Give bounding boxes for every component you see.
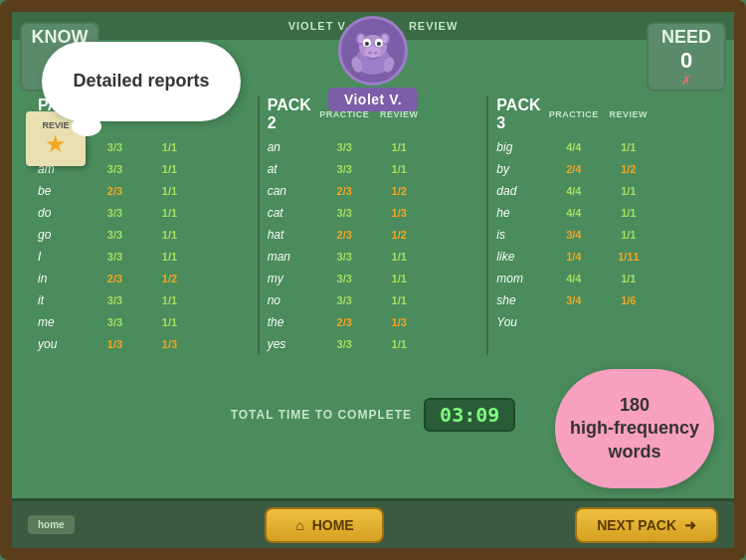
practice-score: 1/3 — [88, 338, 142, 350]
pink-cloud-text: 180 high-frequency words — [570, 394, 699, 464]
review-score: 1/1 — [142, 251, 197, 263]
review-score: 1/3 — [372, 316, 427, 328]
word-label: be — [38, 184, 88, 198]
word-row: I3/31/1 — [38, 246, 250, 268]
word-row: You — [496, 311, 708, 333]
practice-score: 3/4 — [546, 229, 601, 241]
review-score: 1/2 — [601, 163, 655, 175]
word-label: cat — [268, 206, 317, 220]
avatar-name: Violet V. — [328, 88, 418, 111]
review-score: 1/3 — [372, 207, 427, 219]
pack-title-3: Pack 3 — [496, 96, 546, 132]
word-label: in — [38, 272, 88, 285]
practice-score: 4/4 — [546, 141, 601, 153]
practice-score: 3/4 — [546, 294, 601, 306]
word-label: at — [268, 162, 317, 176]
word-row: he4/41/1 — [496, 202, 708, 224]
review-score: 1/1 — [142, 163, 197, 175]
practice-score: 3/3 — [317, 294, 372, 306]
word-label: like — [496, 250, 546, 264]
practice-score: 4/4 — [546, 185, 601, 197]
practice-score: 2/4 — [546, 163, 601, 175]
word-label: the — [268, 315, 317, 329]
practice-score: 3/3 — [88, 316, 142, 328]
practice-score: 3/3 — [88, 141, 142, 153]
word-row: dad4/41/1 — [496, 180, 708, 202]
practice-score: 2/3 — [88, 273, 142, 284]
word-row: at3/31/1 — [268, 158, 479, 180]
pink-cloud-line3: words — [608, 442, 660, 462]
practice-score: 2/3 — [317, 229, 372, 241]
word-label: yes — [268, 337, 317, 351]
pack-col-label-3-1: Review — [601, 109, 655, 119]
pink-cloud-line2: high-frequency — [570, 418, 699, 438]
packs-row: Pack 1PracticeReviewa3/31/1am3/31/1be2/3… — [32, 96, 714, 355]
avatar-container: Violet V. — [328, 16, 418, 111]
word-label: an — [268, 140, 317, 154]
pack-header-3: Pack 3PracticeReview — [496, 96, 708, 132]
svg-point-8 — [365, 42, 369, 46]
practice-score: 3/3 — [317, 163, 372, 175]
word-row: an3/31/1 — [268, 136, 479, 158]
practice-score: 4/4 — [546, 273, 601, 284]
word-row: cat3/31/3 — [268, 202, 479, 224]
word-row: in2/31/2 — [38, 268, 250, 289]
pink-cloud: 180 high-frequency words — [555, 369, 714, 488]
review-score: 1/1 — [372, 294, 427, 306]
word-label: hat — [268, 228, 317, 242]
word-row: you1/31/3 — [38, 333, 250, 355]
word-label: can — [268, 184, 317, 198]
review-score: 1/1 — [142, 207, 197, 219]
need-icon: ✗ — [681, 74, 691, 88]
word-row: mom4/41/1 — [496, 268, 708, 289]
practice-score: 3/3 — [317, 141, 372, 153]
pack-divider — [486, 96, 488, 355]
review-score: 1/11 — [601, 251, 655, 263]
review-score: 1/1 — [142, 185, 197, 197]
svg-point-4 — [358, 35, 364, 43]
word-label: it — [38, 293, 88, 307]
word-label: do — [38, 206, 88, 220]
practice-score: 3/3 — [317, 251, 372, 263]
pack-title-2: Pack 2 — [268, 96, 317, 132]
total-time-value: 03:09 — [424, 398, 515, 432]
practice-score: 4/4 — [546, 207, 601, 219]
bottom-bar: home ⌂ Home Next Pack ➜ — [12, 498, 734, 548]
chalkboard: Violet V. Review Know 0 ✓ Need 0 ✗ — [0, 0, 746, 560]
word-label: you — [38, 337, 88, 351]
svg-point-9 — [377, 42, 381, 46]
word-row: no3/31/1 — [268, 289, 479, 311]
word-label: is — [496, 228, 546, 242]
cloud-bubble: Detailed reports — [42, 42, 241, 121]
home-small-button[interactable]: home — [28, 515, 75, 534]
word-label: go — [38, 228, 88, 242]
review-score: 1/1 — [372, 163, 427, 175]
word-row: me3/31/1 — [38, 311, 250, 333]
review-score: 1/1 — [142, 294, 197, 306]
practice-score: 2/3 — [317, 316, 372, 328]
word-row: the2/31/3 — [268, 311, 479, 333]
word-row: go3/31/1 — [38, 224, 250, 246]
word-label: she — [496, 293, 546, 307]
word-label: he — [496, 206, 546, 220]
review-score: 1/1 — [601, 229, 655, 241]
review-badge-star: ★ — [45, 130, 67, 158]
review-score: 1/6 — [601, 294, 655, 306]
word-row: be2/31/1 — [38, 180, 250, 202]
home-button[interactable]: ⌂ Home — [265, 507, 384, 543]
word-row: do3/31/1 — [38, 202, 250, 224]
word-label: big — [496, 140, 546, 154]
pack-divider — [258, 96, 260, 355]
pack-col-label-3-0: Practice — [546, 109, 601, 119]
review-score: 1/2 — [372, 229, 427, 241]
practice-score: 2/3 — [317, 185, 372, 197]
word-row: can2/31/2 — [268, 180, 479, 202]
next-pack-button[interactable]: Next Pack ➜ — [575, 507, 718, 543]
word-row: hat2/31/2 — [268, 224, 479, 246]
cloud-bubble-text: Detailed reports — [73, 71, 209, 93]
total-time-label: Total Time to Complete — [231, 408, 412, 422]
pack-col-3: Pack 3PracticeReviewbig4/41/1by2/41/2dad… — [490, 96, 714, 355]
word-label: man — [268, 250, 317, 264]
practice-score: 3/3 — [88, 163, 142, 175]
practice-score: 3/3 — [317, 207, 372, 219]
